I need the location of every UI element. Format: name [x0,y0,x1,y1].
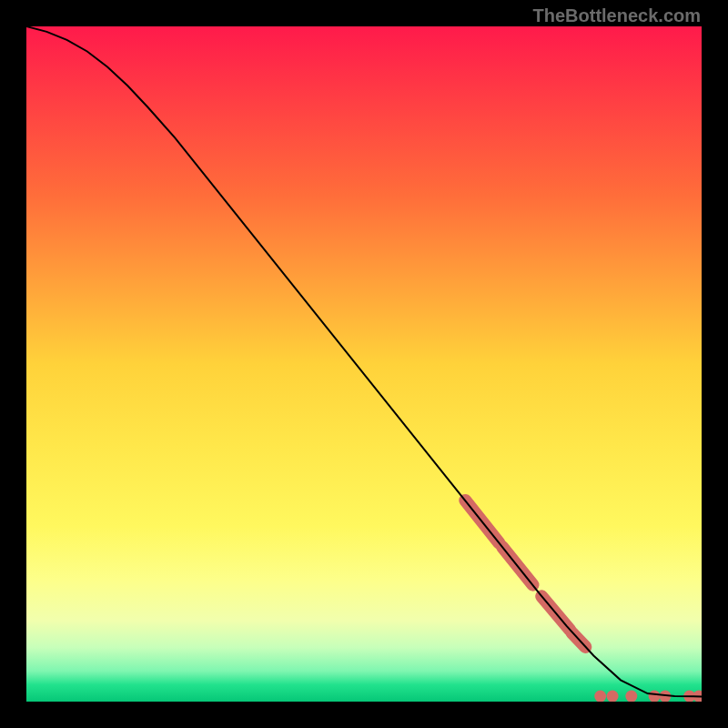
svg-point-7 [649,691,661,702]
chart-svg [26,26,702,702]
chart-background [26,26,702,702]
svg-point-6 [625,691,637,702]
attribution-text: TheBottleneck.com [533,5,701,26]
svg-point-4 [594,691,606,702]
chart-plot-area [26,26,702,702]
svg-point-5 [607,691,619,702]
